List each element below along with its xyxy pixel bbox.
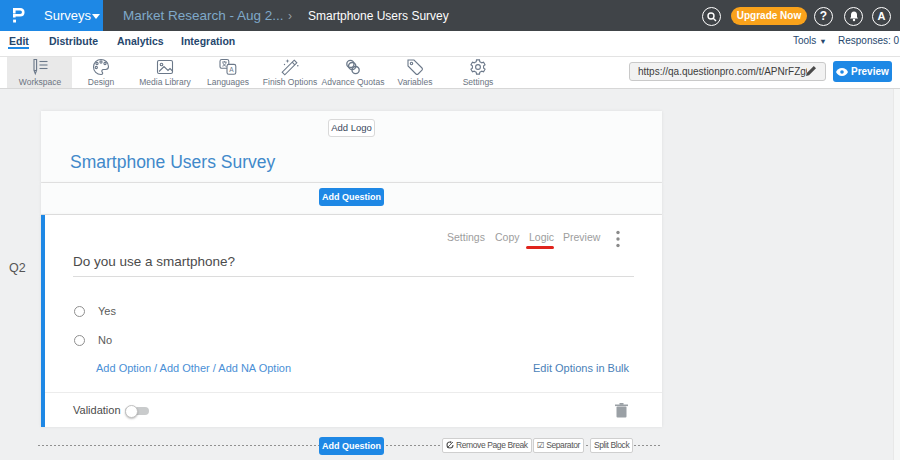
svg-text:A: A	[229, 66, 234, 73]
